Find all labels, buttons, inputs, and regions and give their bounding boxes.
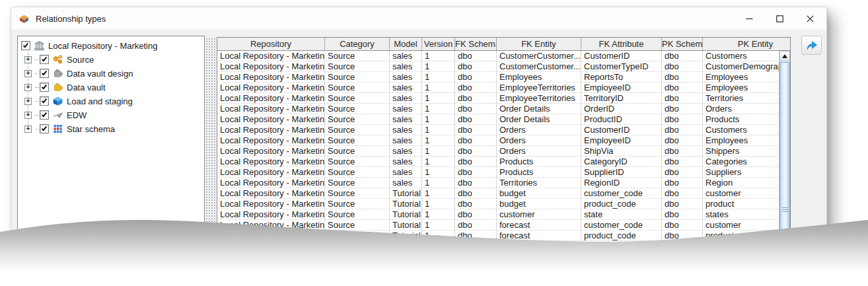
scroll-up-button[interactable] [779,51,790,61]
table-cell: sales [390,72,422,83]
table-cell: sales [390,93,422,104]
table-cell: Employees [703,83,791,93]
split-pane-divider[interactable] [205,37,217,235]
table-cell: dbo [455,199,497,209]
table-cell: Local Repository - Marketing [217,104,325,114]
tree-item-root[interactable]: Local Repository - Marketing [21,40,157,52]
checkbox[interactable] [40,55,49,64]
table-row[interactable]: Local Repository - MarketingSourceTutori… [217,209,780,220]
table-cell: dbo [455,72,497,83]
table-cell: Local Repository - Marketing [217,51,325,61]
table-cell: Products [497,157,581,167]
table-row[interactable]: Local Repository - MarketingSourcesales1… [217,167,780,178]
relationships-table: Repository Category Model Version FK Sch… [217,37,791,244]
tree-item-data-vault-design[interactable]: + Data vault design [24,67,133,79]
column-header[interactable]: Model [390,38,422,50]
star-schema-icon [52,124,63,134]
checkbox[interactable] [40,96,49,106]
table-cell: Source [325,72,390,83]
table-cell: RegionID [581,178,662,188]
window-title: Relationship types [36,14,106,24]
expand-icon[interactable]: + [24,84,32,91]
minimize-button[interactable] [734,7,764,30]
table-cell: sales [390,157,422,167]
table-cell: dbo [662,51,703,61]
table-row[interactable]: Local Repository - MarketingSourcesales1… [217,135,780,146]
table-cell: dbo [662,178,703,188]
table-cell: Territories [497,178,581,188]
table-row[interactable]: Local Repository - MarketingSourcesales1… [217,178,780,188]
column-header[interactable]: FK Schema [455,38,497,50]
table-cell: 1 [422,61,455,72]
table-cell: sales [390,61,422,72]
expand-icon[interactable]: + [24,56,32,63]
column-header[interactable]: PK Entity [703,38,791,50]
column-header[interactable]: Version [422,38,455,50]
table-row[interactable]: Local Repository - MarketingSourceTutori… [217,220,780,231]
table-cell: dbo [455,125,497,135]
table-row[interactable]: Local Repository - MarketingSourcesales1… [217,83,780,93]
column-header[interactable]: FK Entity [497,38,581,50]
tree-item-load-and-staging[interactable]: + Load and staging [24,95,133,107]
model-tree-panel: Local Repository - Marketing + Source [17,36,205,235]
checkbox[interactable] [40,124,49,133]
export-button[interactable] [801,36,822,55]
table-cell: CustomerCustomer... [497,61,581,72]
titlebar[interactable]: Relationship types [11,7,826,30]
table-cell: Local Repository - Marketing [217,209,325,220]
table-cell: 1 [422,157,455,167]
dialog-content: Local Repository - Marketing + Source [11,30,826,249]
expand-icon[interactable]: + [24,70,32,77]
table-header: Repository Category Model Version FK Sch… [217,38,790,51]
puzzle-gray-icon [52,68,63,79]
table-row[interactable]: Local Repository - MarketingSourcesales1… [217,93,780,104]
expand-icon[interactable]: + [24,98,32,105]
table-cell: Tutorial [390,199,422,209]
maximize-button[interactable] [764,7,795,30]
tree-item-star-schema[interactable]: + Star schema [24,123,115,135]
table-row[interactable]: Local Repository - MarketingSourceTutori… [217,188,780,199]
column-header[interactable]: Category [325,38,390,50]
table-cell: sales [390,125,422,135]
table-row[interactable]: Local Repository - MarketingSourcesales1… [217,72,780,83]
table-row[interactable]: Local Repository - MarketingSourcesales1… [217,125,780,135]
table-cell: sales [390,83,422,93]
tree-item-source[interactable]: + Source [24,54,94,65]
check-icon [23,42,28,48]
tree-item-label: Star schema [67,124,115,134]
expand-icon[interactable]: + [24,125,32,133]
tree-stub [35,59,39,60]
checkbox[interactable] [40,110,49,120]
close-button[interactable] [795,7,825,30]
table-cell: forecast [497,231,581,241]
plane-icon [52,110,63,120]
tree-stub [35,87,39,88]
table-cell: 1 [422,178,455,188]
table-row[interactable]: Local Repository - MarketingSourceTutori… [217,231,780,241]
column-header[interactable]: FK Attribute [581,38,662,50]
column-header[interactable]: PK Schema [662,38,703,50]
table-row[interactable]: Local Repository - MarketingSourcesales1… [217,51,780,61]
table-row[interactable]: Local Repository - MarketingSourcesales1… [217,157,780,167]
checkbox[interactable] [21,41,30,50]
table-cell: CustomerCustomer... [497,51,581,61]
vertical-scrollbar[interactable] [779,51,790,244]
expand-icon[interactable]: + [24,112,32,119]
table-row[interactable]: Local Repository - MarketingSourcesales1… [217,104,780,114]
table-row[interactable]: Local Repository - MarketingSourcesales1… [217,146,780,157]
table-row[interactable]: Local Repository - MarketingSourcesales1… [217,61,780,72]
table-row[interactable]: Local Repository - MarketingSourceTutori… [217,199,780,209]
table-cell: states [703,209,791,220]
table-row[interactable]: Local Repository - MarketingSourcesales1… [217,114,780,125]
checkbox[interactable] [40,83,49,92]
scrollbar-thumb[interactable] [779,62,790,244]
table-cell: SupplierID [581,167,662,178]
checkbox[interactable] [40,69,49,78]
table-cell: customer [497,209,581,220]
table-cell: Source [325,125,390,135]
column-header[interactable]: Repository [217,38,325,50]
table-cell: Local Repository - Marketing [217,157,325,167]
tree-item-data-vault[interactable]: + Data vault [24,81,106,93]
scrollbar-grip-icon [782,207,788,213]
tree-item-edw[interactable]: + EDW [24,109,87,121]
